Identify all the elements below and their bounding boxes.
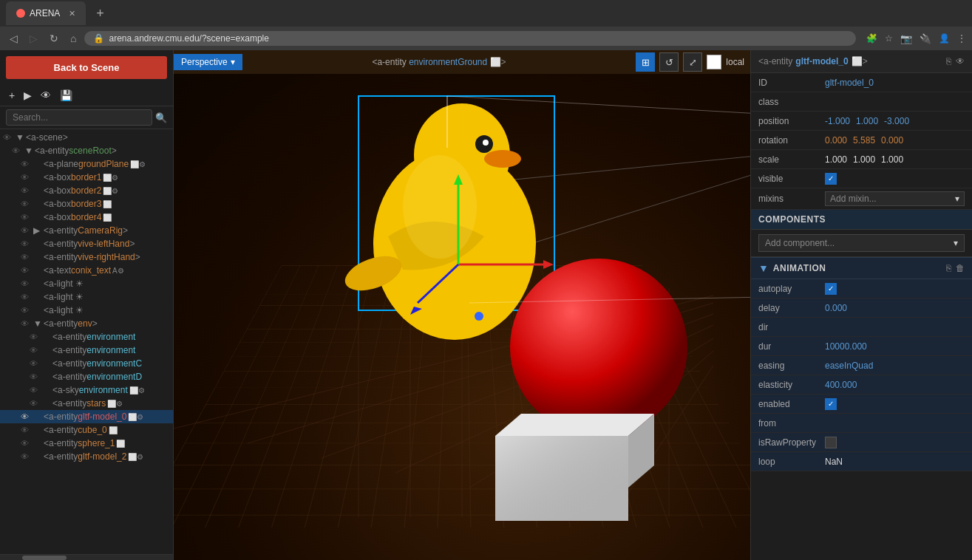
eye-groundplane[interactable]: 👁 <box>21 160 31 168</box>
play-btn[interactable]: ▶ <box>21 88 35 103</box>
scene-tree: 👁 ▼ <a-scene> 👁 ▼ <a-entity sceneRoot > … <box>0 129 173 554</box>
eye-border2[interactable]: 👁 <box>21 186 31 195</box>
israwproperty-checkbox[interactable] <box>825 437 837 448</box>
tree-item-env2[interactable]: 👁 <a-entity environment <box>0 344 173 357</box>
nav-back-btn[interactable]: ◁ <box>6 31 21 46</box>
tree-item-light3[interactable]: 👁 <a-light ☀ <box>0 304 173 317</box>
expand-btn[interactable]: ⤢ <box>683 52 702 72</box>
prop-row-from: from <box>751 414 972 433</box>
eye-toolbar-btn[interactable]: 👁 <box>38 88 54 103</box>
white-square-btn[interactable] <box>707 55 721 69</box>
eye-riveright[interactable]: 👁 <box>21 253 31 262</box>
eye-border3[interactable]: 👁 <box>21 199 31 208</box>
tab-close-icon[interactable] <box>16 9 25 18</box>
mixins-select[interactable]: Add mixin... ▾ <box>825 191 965 206</box>
animation-delete-btn[interactable]: 🗑 <box>956 263 965 273</box>
tree-item-conixtext[interactable]: 👁 <a-text conix_text A⚙ <box>0 264 173 277</box>
eye-env1[interactable]: 👁 <box>30 332 40 341</box>
entity-header: <a-entity gltf-model_0 ⬜> ⎘ 👁 <box>751 50 972 73</box>
tree-item-sphere1[interactable]: 👁 <a-entity sphere_1 ⬜ <box>0 437 173 450</box>
eye-icon[interactable]: 👁 <box>3 133 13 142</box>
eye-viveleft[interactable]: 👁 <box>21 239 31 248</box>
tree-item-border2[interactable]: 👁 <a-box border2 ⬜⚙ <box>0 184 173 197</box>
eye-gltf2[interactable]: 👁 <box>21 452 31 461</box>
tree-item-border4[interactable]: 👁 <a-box border4 ⬜ <box>0 211 173 224</box>
browser-tab[interactable]: ARENA ✕ <box>6 1 86 25</box>
extensions-icon[interactable]: 🧩 <box>866 33 877 44</box>
nav-refresh-btn[interactable]: ↻ <box>46 31 62 46</box>
tree-item-envd[interactable]: 👁 <a-entity environmentD <box>0 370 173 383</box>
perspective-btn[interactable]: Perspective ▾ <box>174 54 242 70</box>
nav-forward-btn[interactable]: ▷ <box>26 31 41 46</box>
tree-item-gltf2[interactable]: 👁 <a-entity gltf-model_2 ⬜⚙ <box>0 450 173 463</box>
eye-light1[interactable]: 👁 <box>21 279 31 288</box>
eye-envd[interactable]: 👁 <box>30 372 40 381</box>
tree-item-camerarig[interactable]: 👁 ▶ <a-entity CameraRig > <box>0 224 173 237</box>
browser-menu-icon[interactable]: ⋮ <box>957 33 966 44</box>
search-input[interactable] <box>6 109 152 126</box>
prop-row-class: class <box>751 92 972 112</box>
tree-item-border1[interactable]: 👁 <a-box border1 ⬜⚙ <box>0 171 173 184</box>
app-body: Back to Scene + ▶ 👁 💾 🔍 👁 ▼ <a-scene> 👁 … <box>0 50 972 560</box>
eye-sphere1[interactable]: 👁 <box>21 439 31 448</box>
eye-light3[interactable]: 👁 <box>21 306 31 315</box>
tree-item-border3[interactable]: 👁 <a-box border3 ⬜ <box>0 197 173 211</box>
eye-camerarig[interactable]: 👁 <box>21 226 31 235</box>
back-to-scene-btn[interactable]: Back to Scene <box>6 56 167 79</box>
enabled-checkbox[interactable]: ✓ <box>825 398 837 410</box>
horizontal-scrollbar[interactable] <box>0 554 173 560</box>
tree-item-env1[interactable]: 👁 <a-entity environment <box>0 330 173 344</box>
tree-item-cube0[interactable]: 👁 <a-entity cube_0 ⬜ <box>0 423 173 437</box>
eye-border4[interactable]: 👁 <box>21 213 31 222</box>
eye-light2[interactable]: 👁 <box>21 293 31 301</box>
cube-gradient <box>495 436 628 521</box>
hide-panel-btn[interactable]: 👁 <box>956 56 965 66</box>
add-component-select[interactable]: Add component... ▾ <box>758 234 965 252</box>
visible-checkbox[interactable]: ✓ <box>825 173 837 185</box>
eye-cube0[interactable]: 👁 <box>21 426 31 434</box>
prop-row-dir: dir <box>751 318 972 337</box>
tree-item-gltf0[interactable]: 👁 <a-entity gltf-model_0 ⬜⚙ <box>0 410 173 423</box>
eye-env2[interactable]: 👁 <box>30 346 40 355</box>
grid-toggle-btn[interactable]: ⊞ <box>636 52 655 72</box>
add-entity-btn[interactable]: + <box>6 88 18 103</box>
tree-item-vivelefthand[interactable]: 👁 <a-entity vive-leftHand > <box>0 237 173 250</box>
tree-item-env[interactable]: 👁 ▼ <a-entity env > <box>0 317 173 330</box>
bookmark-icon[interactable]: ☆ <box>885 33 893 44</box>
eye-conix[interactable]: 👁 <box>21 266 31 275</box>
scene-svg <box>174 74 750 560</box>
tree-item-scene[interactable]: 👁 ▼ <a-scene> <box>0 131 173 144</box>
tree-item-sky[interactable]: 👁 <a-sky environment ⬜⚙ <box>0 383 173 397</box>
tree-item-light2[interactable]: 👁 <a-light ☀ <box>0 290 173 304</box>
tree-item-groundplane[interactable]: 👁 <a-plane groundPlane ⬜⚙ <box>0 157 173 171</box>
search-icon[interactable]: 🔍 <box>155 112 167 123</box>
scene-tag: <a-scene> <box>26 132 68 143</box>
eye-gltf0[interactable]: 👁 <box>21 412 31 421</box>
puzzle-icon[interactable]: 🔌 <box>920 33 931 44</box>
eye-border1[interactable]: 👁 <box>21 173 31 182</box>
screenshot-icon[interactable]: 📷 <box>900 33 912 44</box>
eye-sky[interactable]: 👁 <box>30 386 40 395</box>
nav-home-btn[interactable]: ⌂ <box>67 31 80 46</box>
animation-copy-btn[interactable]: ⎘ <box>946 263 951 273</box>
new-tab-btn[interactable]: + <box>92 6 109 21</box>
eye-stars[interactable]: 👁 <box>30 399 40 408</box>
browser-chrome: ARENA ✕ + ◁ ▷ ↻ ⌂ 🔒 arena.andrew.cmu.edu… <box>0 0 972 50</box>
eye-envc[interactable]: 👁 <box>30 359 40 368</box>
copy-entity-btn[interactable]: ⎘ <box>946 56 951 66</box>
tree-item-envc[interactable]: 👁 <a-entity environmentC <box>0 357 173 370</box>
animation-collapse-arrow[interactable]: ▼ <box>758 262 769 274</box>
address-bar[interactable]: 🔒 arena.andrew.cmu.edu/?scene=example <box>84 31 856 46</box>
tree-item-light1[interactable]: 👁 <a-light ☀ <box>0 277 173 290</box>
tree-item-viverighthand[interactable]: 👁 <a-entity vive-rightHand > <box>0 250 173 264</box>
autoplay-checkbox[interactable]: ✓ <box>825 283 837 295</box>
account-icon[interactable]: 👤 <box>939 33 950 44</box>
tab-x-icon[interactable]: ✕ <box>69 9 75 18</box>
tree-item-sceneroot[interactable]: 👁 ▼ <a-entity sceneRoot > <box>0 144 173 157</box>
eye-env[interactable]: 👁 <box>21 319 31 328</box>
save-btn[interactable]: 💾 <box>57 88 75 103</box>
url-text: arena.andrew.cmu.edu/?scene=example <box>109 33 268 44</box>
tree-item-stars[interactable]: 👁 <a-entity stars ⬜⚙ <box>0 397 173 410</box>
eye-icon-sceneroot[interactable]: 👁 <box>12 146 22 155</box>
reset-view-btn[interactable]: ↺ <box>659 52 679 72</box>
